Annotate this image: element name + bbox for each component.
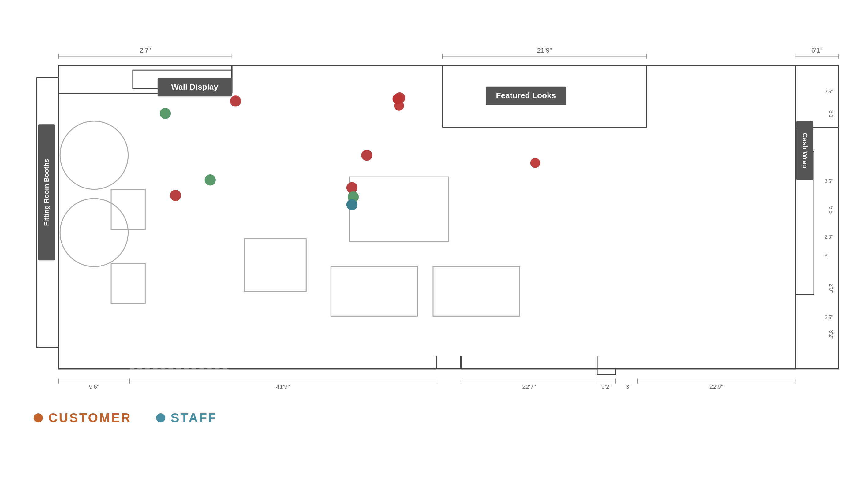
cash-wrap-label: Cash Wrap — [801, 133, 809, 168]
customer-dot-1 — [230, 95, 241, 106]
customer-legend-label: CUSTOMER — [49, 411, 132, 425]
svg-text:9'2": 9'2" — [601, 383, 612, 390]
staff-legend-label: STAFF — [171, 411, 217, 425]
wall-display-label: Wall Display — [171, 82, 218, 92]
svg-rect-39 — [433, 266, 520, 316]
svg-text:22'7": 22'7" — [522, 383, 536, 390]
svg-text:9'6": 9'6" — [89, 383, 99, 390]
svg-rect-37 — [349, 177, 449, 242]
svg-text:3': 3' — [626, 383, 630, 390]
featured-looks-label: Featured Looks — [496, 91, 556, 100]
staff-legend-dot — [156, 413, 165, 422]
svg-text:5'5": 5'5" — [828, 206, 834, 215]
customer-dot-4 — [361, 150, 372, 161]
svg-text:3'2": 3'2" — [828, 330, 834, 339]
svg-text:2'0": 2'0" — [828, 284, 834, 293]
svg-rect-34 — [111, 189, 145, 229]
svg-rect-35 — [111, 263, 145, 303]
staff-dot-2 — [205, 174, 216, 185]
staff-dot-4 — [346, 199, 358, 210]
customer-legend-dot — [34, 413, 43, 422]
customer-legend-item: CUSTOMER — [34, 411, 132, 425]
legend: CUSTOMER STAFF — [34, 411, 217, 425]
staff-dot-1 — [160, 108, 171, 119]
svg-text:21'9": 21'9" — [537, 46, 552, 54]
svg-rect-38 — [331, 266, 417, 316]
customer-dot-topright — [393, 94, 403, 104]
svg-point-33 — [60, 198, 128, 267]
customer-dot-right2 — [530, 158, 540, 168]
page-container: 2'7" 21'9" 6'1" 3'1" 5'5" 2'0" 3'2" 3'5"… — [0, 0, 868, 487]
svg-text:3'1": 3'1" — [828, 110, 834, 120]
svg-text:8": 8" — [825, 253, 829, 258]
svg-text:2'7": 2'7" — [140, 46, 151, 54]
svg-text:41'9": 41'9" — [276, 383, 290, 390]
customer-dot-3 — [170, 190, 181, 201]
staff-legend-item: STAFF — [156, 411, 217, 425]
svg-text:3'5": 3'5" — [825, 178, 833, 184]
svg-text:3'5": 3'5" — [825, 89, 833, 94]
floor-plan-svg: 2'7" 21'9" 6'1" 3'1" 5'5" 2'0" 3'2" 3'5"… — [28, 25, 839, 428]
svg-text:2'0": 2'0" — [825, 234, 833, 239]
svg-point-32 — [60, 121, 128, 189]
svg-rect-36 — [244, 238, 306, 291]
svg-text:6'1": 6'1" — [811, 46, 823, 54]
floor-plan-area: 2'7" 21'9" 6'1" 3'1" 5'5" 2'0" 3'2" 3'5"… — [28, 25, 839, 428]
fitting-room-label: Fitting Room Booths — [42, 159, 50, 226]
svg-text:22'9": 22'9" — [709, 383, 723, 390]
svg-text:2'5": 2'5" — [825, 315, 833, 320]
